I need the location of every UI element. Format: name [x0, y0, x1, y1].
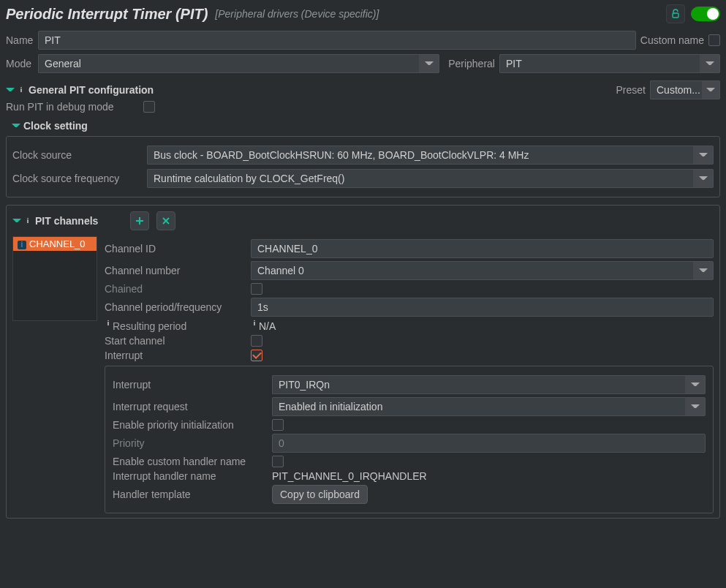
channel-list[interactable]: iCHANNEL_0: [12, 236, 97, 321]
lock-icon: [670, 9, 681, 19]
config-panel: Periodic Interrupt Timer (PIT) [Peripher…: [0, 0, 726, 588]
remove-channel-button[interactable]: [156, 211, 175, 230]
peripheral-combo[interactable]: PIT: [499, 54, 720, 73]
custom-handler-label: Enable custom handler name: [113, 456, 266, 467]
chevron-down-icon[interactable]: [419, 54, 439, 73]
handler-tmpl-label: Handler template: [113, 489, 266, 500]
interrupt-frame: Interrupt PIT0_IRQn Interrupt request En…: [105, 366, 714, 513]
chevron-down-icon: [6, 86, 15, 94]
panel-title: Periodic Interrupt Timer (PIT): [6, 6, 208, 23]
section-title: General PIT configuration: [29, 84, 154, 96]
channel-number-label: Channel number: [105, 265, 245, 276]
mode-row: Mode General Peripheral PIT: [6, 54, 720, 73]
lock-button[interactable]: [666, 4, 685, 23]
clock-setting-expander[interactable]: Clock setting: [6, 117, 720, 135]
general-config-expander[interactable]: i General PIT configuration: [6, 81, 154, 99]
enable-toggle[interactable]: [691, 7, 720, 21]
chevron-down-icon[interactable]: [693, 146, 714, 165]
chained-checkbox[interactable]: [251, 283, 262, 295]
plus-icon: [135, 216, 145, 226]
pit-channels-expander[interactable]: i PIT channels: [12, 212, 98, 230]
start-label: Start channel: [105, 335, 245, 347]
custom-handler-checkbox[interactable]: [272, 456, 284, 467]
channel-id-label: Channel ID: [105, 243, 245, 255]
priority-input[interactable]: 0: [272, 434, 706, 453]
chained-label: Chained: [105, 283, 245, 295]
name-label: Name: [6, 34, 34, 46]
name-row: Name PIT Custom name: [6, 31, 720, 50]
svg-rect-0: [673, 13, 678, 18]
handler-name-label: Interrupt handler name: [113, 470, 266, 482]
custom-name-label: Custom name: [640, 34, 704, 46]
clock-source-combo[interactable]: Bus clock - BOARD_BootClockHSRUN: 60 MHz…: [147, 146, 714, 165]
chevron-down-icon[interactable]: [685, 375, 706, 394]
info-icon: i: [105, 320, 112, 327]
debug-mode-checkbox[interactable]: [143, 101, 155, 113]
channel-number-combo[interactable]: Channel 0: [251, 261, 714, 280]
clock-freq-combo[interactable]: Runtime calculation by CLOCK_GetFreq(): [147, 169, 714, 188]
peripheral-label: Peripheral: [448, 58, 495, 69]
chevron-down-icon[interactable]: [693, 261, 714, 280]
clock-frame: Clock source Bus clock - BOARD_BootClock…: [6, 136, 720, 197]
chevron-down-icon: [12, 121, 20, 130]
channel-detail: Channel ID CHANNEL_0 Channel number Chan…: [105, 236, 714, 513]
resulting-label: iResulting period: [105, 320, 245, 332]
resulting-value: iN/A: [251, 320, 276, 332]
channel-list-item[interactable]: iCHANNEL_0: [13, 237, 97, 251]
preset-combo[interactable]: Custom...: [650, 80, 720, 99]
close-icon: [162, 216, 170, 225]
clock-freq-label: Clock source frequency: [12, 173, 143, 184]
debug-mode-label: Run PIT in debug mode: [6, 101, 114, 113]
preset-label: Preset: [616, 84, 646, 96]
channel-id-input[interactable]: CHANNEL_0: [251, 239, 714, 258]
panel-subtitle: [Peripheral drivers (Device specific)]: [215, 8, 379, 20]
period-input[interactable]: 1s: [251, 298, 714, 317]
preset-row: Preset Custom...: [616, 80, 720, 99]
interrupt-checkbox[interactable]: [251, 350, 262, 361]
chevron-down-icon[interactable]: [702, 80, 720, 99]
irq-combo[interactable]: PIT0_IRQn: [272, 375, 706, 394]
start-checkbox[interactable]: [251, 335, 262, 347]
channels-frame: i PIT channels iCHANNEL_0 Channel ID CHA…: [6, 205, 720, 519]
chevron-down-icon[interactable]: [693, 169, 714, 188]
irq-label: Interrupt: [113, 379, 266, 391]
clock-source-label: Clock source: [12, 149, 143, 161]
info-icon: i: [18, 86, 25, 94]
chevron-down-icon[interactable]: [685, 397, 706, 416]
prio-init-label: Enable priority initialization: [113, 419, 266, 431]
chevron-down-icon[interactable]: [700, 54, 720, 73]
custom-name-checkbox[interactable]: [708, 34, 720, 46]
prio-init-checkbox[interactable]: [272, 419, 284, 431]
handler-name-value: PIT_CHANNEL_0_IRQHANDLER: [272, 470, 427, 482]
irq-req-combo[interactable]: Enabled in initialization: [272, 397, 706, 416]
info-icon: i: [18, 241, 26, 249]
period-label: Channel period/frequency: [105, 301, 245, 313]
priority-label: Priority: [113, 437, 266, 449]
info-icon: i: [24, 217, 31, 225]
info-icon: i: [251, 320, 258, 327]
name-input[interactable]: PIT: [38, 31, 636, 50]
add-channel-button[interactable]: [130, 211, 149, 230]
chevron-down-icon: [12, 216, 21, 225]
mode-combo[interactable]: General: [38, 54, 439, 73]
copy-clipboard-button[interactable]: Copy to clipboard: [272, 485, 368, 504]
pit-channels-title: PIT channels: [35, 215, 98, 227]
clock-setting-title: Clock setting: [23, 120, 88, 132]
panel-header: Periodic Interrupt Timer (PIT) [Peripher…: [6, 0, 720, 26]
interrupt-label: Interrupt: [105, 350, 245, 361]
irq-req-label: Interrupt request: [113, 401, 266, 412]
mode-label: Mode: [6, 58, 34, 69]
debug-mode-row: Run PIT in debug mode: [6, 101, 720, 113]
